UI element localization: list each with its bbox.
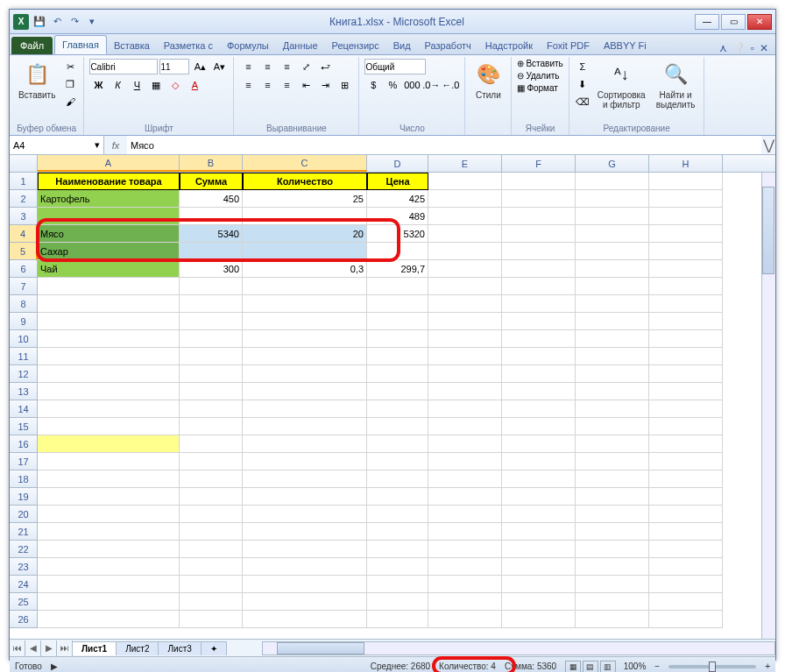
cell-F6[interactable] <box>502 260 576 278</box>
row-header-9[interactable]: 9 <box>10 313 38 330</box>
cell-D6[interactable]: 299,7 <box>367 260 428 278</box>
tab-view[interactable]: Вид <box>386 37 418 54</box>
name-box[interactable]: A4 ▾ <box>10 136 104 154</box>
row-header-19[interactable]: 19 <box>10 488 38 506</box>
cell-B8[interactable] <box>180 295 243 313</box>
cell-D16[interactable] <box>367 435 428 453</box>
font-size-select[interactable] <box>159 59 189 74</box>
cell-F3[interactable] <box>502 208 576 225</box>
cell-B13[interactable] <box>180 383 243 400</box>
paste-button[interactable]: 📋 Вставить <box>15 59 59 102</box>
cell-F22[interactable] <box>502 541 576 558</box>
cell-G20[interactable] <box>576 506 649 523</box>
cell-G6[interactable] <box>576 260 649 278</box>
cell-C23[interactable] <box>243 558 367 576</box>
cell-F17[interactable] <box>502 453 576 470</box>
cell-H6[interactable] <box>649 260 723 278</box>
increase-indent-icon[interactable]: ⇥ <box>316 77 334 93</box>
cell-C15[interactable] <box>243 418 367 435</box>
cell-B14[interactable] <box>180 400 243 418</box>
cell-C25[interactable] <box>243 593 367 611</box>
align-middle-icon[interactable]: ≡ <box>258 59 276 74</box>
sheet-tab-1[interactable]: Лист1 <box>72 641 117 655</box>
cell-D25[interactable] <box>367 593 428 611</box>
cell-G10[interactable] <box>576 330 649 348</box>
row-header-6[interactable]: 6 <box>10 260 38 278</box>
row-header-16[interactable]: 16 <box>10 435 38 453</box>
cell-C4[interactable]: 20 <box>243 225 367 243</box>
cell-B15[interactable] <box>180 418 243 435</box>
tab-formulas[interactable]: Формулы <box>220 37 276 54</box>
autosum-icon[interactable]: Σ <box>575 59 591 74</box>
format-cells-label[interactable]: Формат <box>527 83 558 93</box>
cell-H13[interactable] <box>649 383 723 400</box>
sheet-nav-next-icon[interactable]: ▶ <box>41 640 57 656</box>
cell-A9[interactable] <box>38 313 180 330</box>
cell-B3[interactable] <box>180 208 243 225</box>
align-right-icon[interactable]: ≡ <box>278 77 295 93</box>
cell-A22[interactable] <box>38 541 180 558</box>
cell-C13[interactable] <box>243 383 367 400</box>
zoom-out-icon[interactable]: − <box>654 661 660 671</box>
cell-G3[interactable] <box>576 208 649 225</box>
col-header-A[interactable]: A <box>38 155 180 172</box>
cell-F13[interactable] <box>502 383 576 400</box>
redo-icon[interactable]: ↷ <box>67 15 81 29</box>
cell-B7[interactable] <box>180 278 243 295</box>
cell-F1[interactable] <box>502 173 576 190</box>
currency-icon[interactable]: $ <box>364 77 382 93</box>
cell-C12[interactable] <box>243 365 367 383</box>
row-header-8[interactable]: 8 <box>10 295 38 313</box>
cell-C6[interactable]: 0,3 <box>243 260 367 278</box>
cell-C1[interactable]: Количество <box>243 173 367 190</box>
cell-A13[interactable] <box>38 383 180 400</box>
cell-B4[interactable]: 5340 <box>180 225 243 243</box>
cell-H1[interactable] <box>649 173 723 190</box>
insert-cells-label[interactable]: Вставить <box>526 59 562 68</box>
zoom-slider[interactable] <box>668 665 756 668</box>
cell-C16[interactable] <box>243 435 367 453</box>
cell-E7[interactable] <box>428 278 502 295</box>
tab-developer[interactable]: Разработч <box>418 37 478 54</box>
qat-dropdown-icon[interactable]: ▾ <box>85 15 99 29</box>
sheet-nav-first-icon[interactable]: ⏮ <box>10 640 25 656</box>
page-layout-view-icon[interactable]: ▤ <box>583 661 598 673</box>
cell-F8[interactable] <box>502 295 576 313</box>
sheet-tab-3[interactable]: Лист3 <box>158 641 201 655</box>
bold-icon[interactable]: Ж <box>89 77 107 93</box>
macro-record-icon[interactable]: ▶ <box>51 661 58 671</box>
tab-data[interactable]: Данные <box>276 37 325 54</box>
cell-A11[interactable] <box>38 348 180 365</box>
delete-cells-label[interactable]: Удалить <box>526 71 559 81</box>
cell-H8[interactable] <box>649 295 723 313</box>
cell-D4[interactable]: 5320 <box>367 225 428 243</box>
cell-H10[interactable] <box>649 330 723 348</box>
cell-D22[interactable] <box>367 541 428 558</box>
cell-D19[interactable] <box>367 488 428 506</box>
cell-G1[interactable] <box>576 173 649 190</box>
cell-A3[interactable] <box>38 208 180 225</box>
tab-insert[interactable]: Вставка <box>107 37 157 54</box>
cell-D12[interactable] <box>367 365 428 383</box>
cell-B5[interactable] <box>180 243 243 260</box>
sort-filter-button[interactable]: ᴬ↓ Сортировка и фильтр <box>594 59 649 111</box>
cell-A18[interactable] <box>38 470 180 488</box>
tab-foxit[interactable]: Foxit PDF <box>540 37 597 54</box>
align-bottom-icon[interactable]: ≡ <box>278 59 295 74</box>
cell-E26[interactable] <box>428 611 502 628</box>
col-header-D[interactable]: D <box>367 155 428 172</box>
row-header-14[interactable]: 14 <box>10 400 38 418</box>
cell-A5[interactable]: Сахар <box>38 243 180 260</box>
border-icon[interactable]: ▦ <box>147 77 165 93</box>
insert-cells-icon[interactable]: ⊕ <box>517 59 524 68</box>
format-painter-icon[interactable]: 🖌 <box>62 94 78 110</box>
cell-C19[interactable] <box>243 488 367 506</box>
cell-B16[interactable] <box>180 435 243 453</box>
row-header-12[interactable]: 12 <box>10 365 38 383</box>
cell-H15[interactable] <box>649 418 723 435</box>
zoom-level[interactable]: 100% <box>624 661 647 671</box>
cell-B10[interactable] <box>180 330 243 348</box>
row-header-7[interactable]: 7 <box>10 278 38 295</box>
cell-H2[interactable] <box>649 190 723 208</box>
sheet-nav-last-icon[interactable]: ⏭ <box>57 640 73 656</box>
